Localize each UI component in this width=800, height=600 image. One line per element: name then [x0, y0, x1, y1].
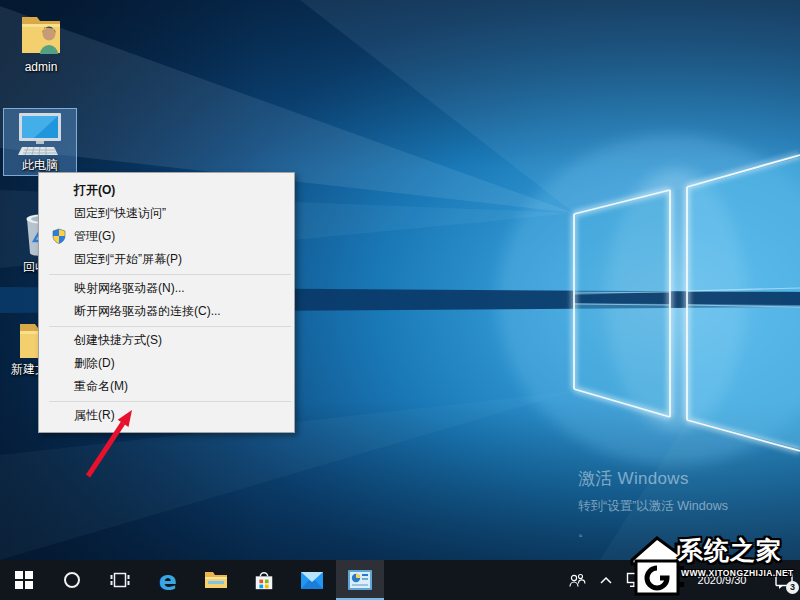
menu-item-create-shortcut[interactable]: 创建快捷方式(S): [39, 329, 294, 352]
desktop-icon-admin[interactable]: admin: [4, 8, 78, 78]
menu-item-pin-start[interactable]: 固定到“开始”屏幕(P): [39, 248, 294, 271]
desktop-icon-this-pc[interactable]: 此电脑: [3, 108, 77, 176]
red-arrow-annotation: [70, 398, 150, 488]
menu-item-pin-quick-access[interactable]: 固定到“快速访问”: [39, 202, 294, 225]
menu-separator: [49, 274, 291, 275]
active-app-button[interactable]: [336, 560, 384, 600]
menu-item-manage[interactable]: 管理(G): [39, 225, 294, 248]
notification-badge: 3: [786, 581, 799, 594]
edge-button[interactable]: e: [144, 560, 192, 600]
icon-label: 此电脑: [4, 159, 76, 172]
chevron-up-icon[interactable]: [599, 575, 613, 585]
activation-subtitle: 转到“设置”以激活 Windows: [578, 498, 728, 515]
store-button[interactable]: [240, 560, 288, 600]
context-menu: 打开(O) 固定到“快速访问” 管理(G) 固定到“开始”屏幕(P) 映射网络驱…: [38, 172, 295, 433]
windows-desktop: admin 此电脑 回收站: [0, 0, 800, 600]
menu-item-rename[interactable]: 重命名(M): [39, 375, 294, 398]
activation-period: 。: [578, 524, 728, 541]
mail-button[interactable]: [288, 560, 336, 600]
uac-shield-icon: [51, 228, 67, 244]
activation-watermark: 激活 Windows 转到“设置”以激活 Windows 。: [578, 467, 728, 541]
user-folder-icon: [16, 11, 66, 59]
people-icon[interactable]: [568, 572, 586, 589]
icon-label: admin: [5, 61, 77, 74]
search-icon: [63, 571, 81, 589]
menu-item-map-network-drive[interactable]: 映射网络驱动器(N)...: [39, 277, 294, 300]
activation-title: 激活 Windows: [578, 467, 728, 490]
network-icon[interactable]: [626, 572, 644, 588]
action-center-icon[interactable]: 3: [771, 571, 796, 590]
menu-item-open[interactable]: 打开(O): [39, 179, 294, 202]
system-tray: 2020/9/30 3: [568, 560, 796, 600]
windows-logo-icon: [15, 571, 33, 589]
task-view-icon: [110, 571, 130, 589]
tray-date: 2020/9/30: [686, 574, 758, 587]
store-icon: [252, 569, 276, 591]
edge-icon: e: [159, 567, 177, 594]
tray-clock[interactable]: 2020/9/30: [686, 574, 758, 587]
this-pc-icon: [14, 111, 66, 157]
task-view-button[interactable]: [96, 560, 144, 600]
file-explorer-icon: [204, 570, 228, 590]
menu-item-delete[interactable]: 删除(D): [39, 352, 294, 375]
system-app-icon: [347, 569, 373, 591]
taskbar: e: [0, 560, 800, 600]
menu-separator: [49, 326, 291, 327]
file-explorer-button[interactable]: [192, 560, 240, 600]
search-button[interactable]: [48, 560, 96, 600]
volume-icon[interactable]: [657, 572, 673, 588]
start-button[interactable]: [0, 560, 48, 600]
mail-icon: [300, 571, 324, 590]
menu-item-disconnect-network-drive[interactable]: 断开网络驱动器的连接(C)...: [39, 300, 294, 323]
